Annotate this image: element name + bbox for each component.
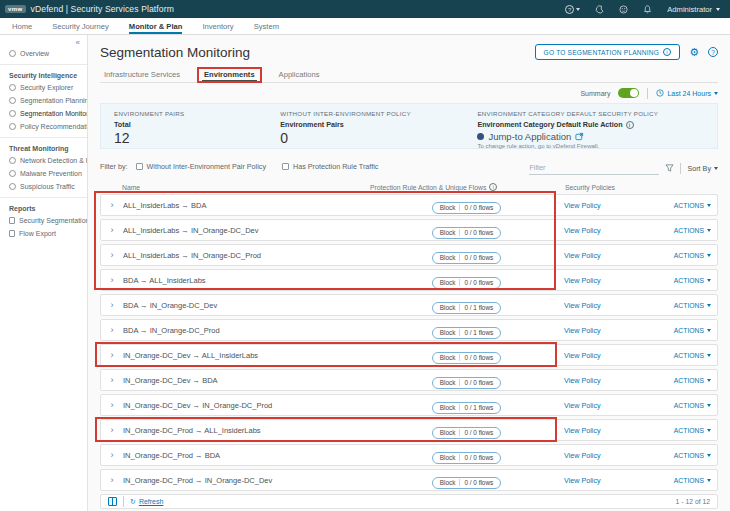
- sidebar-item-suspicious-traffic[interactable]: Suspicious Traffic: [0, 180, 87, 193]
- column-header-protection[interactable]: Protection Rule Action & Unique Flows: [370, 184, 486, 191]
- time-range-dropdown[interactable]: Last 24 Hours: [656, 89, 718, 97]
- suspicious-traffic-icon: [9, 183, 16, 190]
- refresh-button[interactable]: ↻ Refresh: [130, 498, 163, 506]
- nav-item-security-journey[interactable]: Security Journey: [52, 18, 109, 34]
- go-to-segmentation-planning-button[interactable]: GO TO SEGMENTATION PLANNING i: [535, 44, 681, 60]
- table-row[interactable]: › IN_Orange-DC_Dev → BDA Block0 / 0 flow…: [100, 369, 718, 391]
- filter-funnel-icon[interactable]: [665, 164, 674, 172]
- view-policy-link[interactable]: View Policy: [564, 251, 659, 260]
- actions-dropdown[interactable]: ACTIONS: [659, 452, 717, 459]
- expand-chevron-icon[interactable]: ›: [101, 226, 123, 235]
- summary-toggle[interactable]: [618, 88, 639, 98]
- actions-dropdown[interactable]: ACTIONS: [659, 477, 717, 484]
- notifications-button[interactable]: [643, 5, 652, 14]
- actions-dropdown[interactable]: ACTIONS: [659, 377, 717, 384]
- user-menu[interactable]: Administrator: [667, 5, 720, 14]
- tab-infrastructure-services[interactable]: Infrastructure Services: [102, 67, 182, 82]
- view-policy-link[interactable]: View Policy: [564, 276, 659, 285]
- view-policy-link[interactable]: View Policy: [564, 376, 659, 385]
- expand-chevron-icon[interactable]: ›: [101, 251, 123, 260]
- external-link-icon[interactable]: [575, 132, 584, 141]
- actions-dropdown[interactable]: ACTIONS: [659, 227, 717, 234]
- sidebar-item-security-explorer[interactable]: Security Explorer: [0, 81, 87, 94]
- view-policy-link[interactable]: View Policy: [564, 351, 659, 360]
- sidebar-item-segmentation-monitoring[interactable]: Segmentation Monitoring: [0, 107, 87, 120]
- table-row[interactable]: › IN_Orange-DC_Prod → BDA Block0 / 0 flo…: [100, 444, 718, 466]
- table-row[interactable]: › BDA → IN_Orange-DC_Dev Block0 / 1 flow…: [100, 294, 718, 316]
- actions-dropdown[interactable]: ACTIONS: [659, 202, 717, 209]
- table-row[interactable]: › ALL_InsiderLabs → IN_Orange-DC_Dev Blo…: [100, 219, 718, 241]
- nav-item-inventory[interactable]: Inventory: [202, 18, 233, 34]
- expand-chevron-icon[interactable]: ›: [101, 326, 123, 335]
- sidebar-item-policy-recommendations[interactable]: Policy Recommendations: [0, 120, 87, 133]
- info-icon[interactable]: i: [626, 121, 634, 129]
- sidebar-item-network-detection[interactable]: Network Detection & Res..: [0, 154, 87, 167]
- view-policy-link[interactable]: View Policy: [564, 226, 659, 235]
- unique-flows: 0 / 0 flows: [459, 254, 493, 261]
- sidebar-item-segmentation-planning[interactable]: Segmentation Planning: [0, 94, 87, 107]
- expand-chevron-icon[interactable]: ›: [101, 351, 123, 360]
- table-row[interactable]: › IN_Orange-DC_Prod → ALL_InsiderLabs Bl…: [100, 419, 718, 441]
- table-row[interactable]: › IN_Orange-DC_Prod → IN_Orange-DC_Dev B…: [100, 469, 718, 491]
- help-menu[interactable]: ?: [565, 5, 580, 14]
- tab-environments[interactable]: Environments: [202, 67, 257, 82]
- sidebar-item-overview[interactable]: Overview: [0, 47, 87, 60]
- expand-chevron-icon[interactable]: ›: [101, 426, 123, 435]
- expand-chevron-icon[interactable]: ›: [101, 301, 123, 310]
- expand-chevron-icon[interactable]: ›: [101, 201, 123, 210]
- actions-dropdown[interactable]: ACTIONS: [659, 402, 717, 409]
- expand-chevron-icon[interactable]: ›: [101, 451, 123, 460]
- view-policy-link[interactable]: View Policy: [564, 451, 659, 460]
- expand-chevron-icon[interactable]: ›: [101, 476, 123, 485]
- pair-name: IN_Orange-DC_Prod → BDA: [123, 451, 369, 460]
- pair-name: IN_Orange-DC_Prod → ALL_InsiderLabs: [123, 426, 369, 435]
- checkbox-icon[interactable]: [282, 163, 289, 170]
- nav-item-monitor-plan[interactable]: Monitor & Plan: [129, 18, 183, 34]
- view-policy-link[interactable]: View Policy: [564, 426, 659, 435]
- expand-chevron-icon[interactable]: ›: [101, 276, 123, 285]
- table-row[interactable]: › IN_Orange-DC_Dev → IN_Orange-DC_Prod B…: [100, 394, 718, 416]
- info-icon[interactable]: i: [489, 183, 497, 191]
- filter-by-label: Filter by:: [100, 162, 128, 171]
- table-row[interactable]: › ALL_InsiderLabs → IN_Orange-DC_Prod Bl…: [100, 244, 718, 266]
- sort-by-dropdown[interactable]: Sort By: [687, 164, 718, 173]
- filter-checkbox-has-traffic[interactable]: Has Protection Rule Traffic: [282, 162, 378, 171]
- actions-dropdown[interactable]: ACTIONS: [659, 352, 717, 359]
- filter-checkbox-without-policy[interactable]: Without Inter-Environment Pair Policy: [136, 162, 266, 171]
- filter-input[interactable]: [529, 161, 659, 175]
- table-row[interactable]: › BDA → ALL_InsiderLabs Block0 / 0 flows…: [100, 269, 718, 291]
- page-help-icon[interactable]: ?: [708, 47, 718, 57]
- theme-toggle-button[interactable]: [595, 5, 604, 14]
- tab-applications[interactable]: Applications: [277, 67, 322, 82]
- settings-gear-icon[interactable]: ⚙: [689, 47, 699, 58]
- actions-dropdown[interactable]: ACTIONS: [659, 327, 717, 334]
- sidebar-item-label: Malware Prevention: [20, 170, 82, 177]
- actions-dropdown[interactable]: ACTIONS: [659, 277, 717, 284]
- view-policy-link[interactable]: View Policy: [564, 201, 659, 210]
- sidebar-item-flow-export[interactable]: Flow Export: [0, 227, 87, 240]
- app-header: vmw vDefend | Security Services Platform…: [0, 0, 730, 18]
- view-policy-link[interactable]: View Policy: [564, 326, 659, 335]
- sidebar-collapse-button[interactable]: «: [0, 36, 87, 47]
- column-header-name[interactable]: Name: [122, 184, 370, 191]
- view-policy-link[interactable]: View Policy: [564, 301, 659, 310]
- table-row[interactable]: › IN_Orange-DC_Dev → ALL_InsiderLabs Blo…: [100, 344, 718, 366]
- table-row[interactable]: › ALL_InsiderLabs → BDA Block0 / 0 flows…: [100, 194, 718, 216]
- nav-item-system[interactable]: System: [254, 18, 279, 34]
- table-row[interactable]: › BDA → IN_Orange-DC_Prod Block0 / 1 flo…: [100, 319, 718, 341]
- column-header-security-policies[interactable]: Security Policies: [565, 184, 660, 191]
- sidebar-item-security-segmentation-report[interactable]: Security Segmentation R..: [0, 214, 87, 227]
- column-settings-icon[interactable]: [108, 497, 117, 506]
- sidebar-item-malware-prevention[interactable]: Malware Prevention: [0, 167, 87, 180]
- actions-dropdown[interactable]: ACTIONS: [659, 427, 717, 434]
- actions-label: ACTIONS: [674, 352, 704, 359]
- nav-item-home[interactable]: Home: [12, 18, 32, 34]
- actions-dropdown[interactable]: ACTIONS: [659, 252, 717, 259]
- expand-chevron-icon[interactable]: ›: [101, 376, 123, 385]
- view-policy-link[interactable]: View Policy: [564, 401, 659, 410]
- feedback-button[interactable]: [619, 5, 628, 14]
- checkbox-icon[interactable]: [136, 163, 143, 170]
- view-policy-link[interactable]: View Policy: [564, 476, 659, 485]
- actions-dropdown[interactable]: ACTIONS: [659, 302, 717, 309]
- expand-chevron-icon[interactable]: ›: [101, 401, 123, 410]
